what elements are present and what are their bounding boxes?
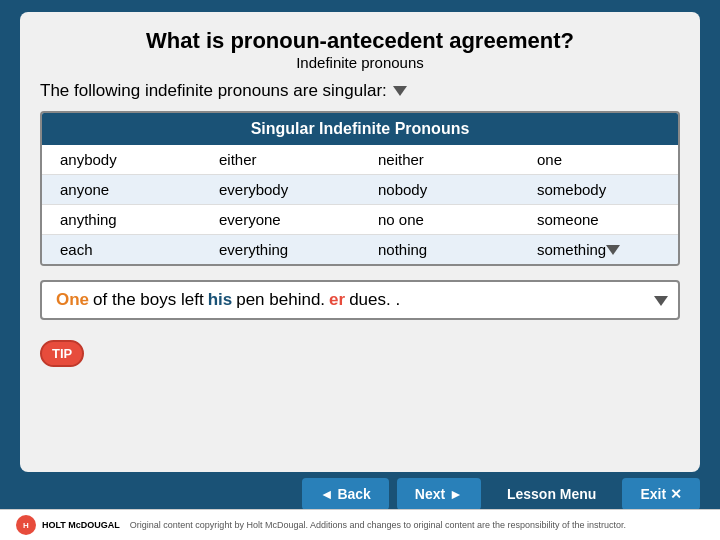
holt-logo-icon: H (16, 515, 36, 535)
word-er: er (329, 290, 345, 310)
copyright-text: Original content copyright by Holt McDou… (130, 520, 626, 530)
holt-logo-text: HOLT McDOUGAL (42, 520, 120, 530)
table-cell: anything (42, 205, 201, 235)
bottom-bar: TIP (40, 334, 680, 367)
holt-logo: H HOLT McDOUGAL (16, 515, 120, 535)
holt-footer: H HOLT McDOUGAL Original content copyrig… (0, 509, 720, 540)
main-content-area: What is pronoun-antecedent agreement? In… (20, 12, 700, 472)
something-text: something (537, 241, 606, 258)
table-row: anybody either neither one (42, 145, 678, 175)
holt-icon-text: H (23, 521, 29, 530)
table-row: each everything nothing something (42, 235, 678, 265)
pronouns-table: anybody either neither one anyone everyb… (42, 145, 678, 264)
table-cell: something (519, 235, 559, 264)
table-cell: each (42, 235, 201, 265)
example-middle: of the boys left (93, 290, 204, 310)
table-cell: everything (201, 235, 360, 265)
table-cell: either (201, 145, 360, 175)
table-cell: no one (360, 205, 519, 235)
back-button[interactable]: ◄ Back (302, 478, 389, 510)
table-cell: everyone (201, 205, 360, 235)
example-suffix: pen behind. (236, 290, 325, 310)
chevron-down-icon[interactable] (654, 296, 668, 306)
following-text: The following indefinite pronouns are si… (40, 81, 387, 101)
pronouns-table-container: Singular Indefinite Pronouns anybody eit… (40, 111, 680, 266)
table-row: anyone everybody nobody somebody (42, 175, 678, 205)
title-section: What is pronoun-antecedent agreement? In… (40, 28, 680, 71)
next-button[interactable]: Next ► (397, 478, 481, 510)
word-one: One (56, 290, 89, 310)
dropdown-arrow-icon[interactable] (393, 86, 407, 96)
exit-button[interactable]: Exit ✕ (622, 478, 700, 510)
table-cell: anyone (42, 175, 201, 205)
table-cell: nobody (360, 175, 519, 205)
tip-badge: TIP (40, 340, 84, 367)
table-cell: anybody (42, 145, 201, 175)
example-extra: dues. . (349, 290, 400, 310)
table-cell: neither (360, 145, 519, 175)
table-row: anything everyone no one someone (42, 205, 678, 235)
table-cell: someone (519, 205, 678, 235)
table-cell: one (519, 145, 678, 175)
example-sentence-box: One of the boys left his pen behind. er … (40, 280, 680, 320)
main-title: What is pronoun-antecedent agreement? (40, 28, 680, 54)
following-text-line: The following indefinite pronouns are si… (40, 81, 680, 101)
table-cell: nothing (360, 235, 519, 265)
table-cell: somebody (519, 175, 678, 205)
subtitle: Indefinite pronouns (40, 54, 680, 71)
table-dropdown-arrow-icon[interactable] (606, 245, 620, 255)
table-cell: everybody (201, 175, 360, 205)
example-dropdown-arrow-icon[interactable] (654, 290, 668, 310)
table-header: Singular Indefinite Pronouns (42, 113, 678, 145)
word-his: his (208, 290, 233, 310)
lesson-menu-button[interactable]: Lesson Menu (489, 478, 614, 510)
